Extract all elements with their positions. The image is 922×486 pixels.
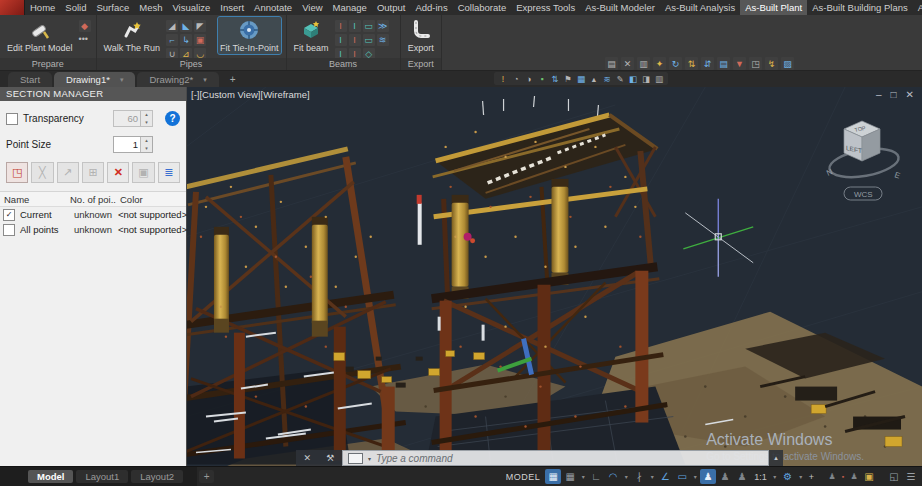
command-history-icon[interactable] (348, 453, 363, 464)
minimize-icon[interactable]: – (876, 89, 882, 101)
pipe-tool-icon[interactable]: ↳ (180, 34, 192, 46)
transparency-checkbox[interactable] (6, 113, 18, 125)
close-icon[interactable]: ✕ (906, 89, 914, 101)
status-toggle-icon[interactable]: ♟ (700, 469, 716, 484)
section-tool-button[interactable]: ⊞ (82, 162, 104, 183)
layout-tab[interactable]: Model (28, 470, 73, 483)
pipe-tool-icon[interactable]: ◣ (180, 20, 192, 32)
close-icon[interactable]: ✕ (304, 453, 312, 463)
pointcloud-tool-icon[interactable]: ▦ (576, 73, 586, 84)
tab-start[interactable]: Start (8, 72, 52, 87)
beam-tool-icon[interactable]: I (335, 20, 347, 32)
ribbon-tool-icon[interactable]: ✕ (621, 57, 634, 70)
status-toggle-icon[interactable]: ▾ (691, 469, 699, 484)
menu-tab[interactable]: Surface (91, 0, 134, 15)
point-size-stepper[interactable]: 1 ▴▾ (113, 136, 153, 153)
menu-tab[interactable]: As-Built Plant (740, 0, 807, 15)
section-tool-button[interactable]: ↗ (57, 162, 79, 183)
status-toggle-icon[interactable]: ▾ (797, 469, 805, 484)
menu-tab[interactable]: Output (372, 0, 411, 15)
status-toggle-icon[interactable]: ♟ (826, 469, 838, 484)
ribbon-tool-icon[interactable]: ↯ (765, 57, 778, 70)
menu-tab[interactable]: Home (25, 0, 60, 15)
ribbon-tool-icon[interactable]: ▨ (781, 57, 794, 70)
status-toggle-icon[interactable]: 1:1 (751, 469, 770, 484)
pointcloud-tool-icon[interactable]: ◧ (628, 73, 638, 84)
menu-tab[interactable]: Add-ins (410, 0, 452, 15)
autocad-logo-icon[interactable] (0, 0, 25, 15)
menu-tab[interactable]: As-Built Analysis (660, 0, 740, 15)
command-input[interactable]: ▾ Type a command (342, 450, 769, 466)
fit-beam-button[interactable]: Fit beam (292, 17, 331, 54)
status-toggle-icon[interactable]: ▦ (545, 469, 561, 484)
section-tool-button[interactable]: ✕ (107, 162, 129, 183)
menu-tab[interactable]: Express Tools (511, 0, 580, 15)
pointcloud-tool-icon[interactable]: ✎ (615, 73, 625, 84)
layout-tab[interactable]: Layout1 (76, 470, 128, 483)
pipe-tool-icon[interactable]: ⌐ (166, 34, 178, 46)
pointcloud-tool-icon[interactable]: ! (498, 73, 508, 84)
stepper-arrows[interactable]: ▴▾ (140, 111, 152, 126)
fit-tie-in-point-button[interactable]: Fit Tie-In-Point (218, 17, 281, 54)
status-toggle-icon[interactable]: ◱ (886, 469, 902, 484)
col-name[interactable]: Name (0, 194, 66, 205)
row-checkbox[interactable]: ✓ (3, 209, 15, 221)
beam-tool-icon[interactable]: ▭ (363, 20, 375, 32)
status-toggle-icon[interactable]: ∠ (657, 469, 673, 484)
model-viewport[interactable]: [-][Custom View][Wireframe] – □ ✕ N E TO… (186, 87, 922, 467)
section-tool-button[interactable]: ≣ (158, 162, 180, 183)
table-row[interactable]: ✓ Current unknown <not supported> (0, 207, 186, 222)
beam-tool-icon[interactable]: ▭ (363, 34, 375, 46)
ribbon-tool-icon[interactable]: ⇅ (685, 57, 698, 70)
more-dots-icon[interactable]: ••• (79, 36, 91, 42)
menu-tab[interactable]: Manage (328, 0, 372, 15)
beam-tool-icon[interactable]: I (349, 34, 361, 46)
tab-drawing1[interactable]: Drawing1* ▾ (54, 72, 135, 87)
status-toggle-icon[interactable] (878, 469, 885, 484)
section-tool-button[interactable]: ◳ (6, 162, 28, 183)
menu-tab[interactable]: Solid (60, 0, 91, 15)
menu-tab[interactable]: As-Built Building Plans (807, 0, 913, 15)
ribbon-tool-icon[interactable]: ▼ (733, 57, 746, 70)
row-checkbox[interactable] (3, 224, 15, 236)
pointcloud-tool-icon[interactable]: ◔ (511, 73, 521, 84)
status-toggle-icon[interactable]: ▣ (861, 469, 877, 484)
status-toggle-icon[interactable]: ▪ (839, 469, 847, 484)
chevron-down-icon[interactable]: ▾ (120, 72, 124, 87)
pipe-tool-icon[interactable]: ▣ (194, 34, 206, 46)
pointcloud-tool-icon[interactable]: ≋ (602, 73, 612, 84)
ribbon-tool-icon[interactable]: ↻ (669, 57, 682, 70)
status-toggle-icon[interactable]: ♟ (717, 469, 733, 484)
menu-tab[interactable]: Annotate (249, 0, 297, 15)
new-drawing-button[interactable]: + (225, 73, 241, 87)
ribbon-tool-icon[interactable]: ⇵ (701, 57, 714, 70)
viewcube[interactable]: N E TOP LEFT WCS (822, 113, 906, 205)
menu-tab[interactable]: Mesh (134, 0, 167, 15)
status-toggle-icon[interactable]: ♟ (848, 469, 860, 484)
chevron-down-icon[interactable]: ▾ (203, 72, 207, 87)
status-toggle-icon[interactable]: ▾ (771, 469, 779, 484)
pointcloud-tool-icon[interactable]: ⇅ (550, 73, 560, 84)
pointcloud-tool-icon[interactable]: ▪ (537, 73, 547, 84)
col-points[interactable]: No. of poi... (66, 194, 116, 205)
ribbon-tool-icon[interactable]: ▤ (717, 57, 730, 70)
menu-tab[interactable]: As-Built TS Design (913, 0, 922, 15)
status-toggle-icon[interactable]: ▾ (579, 469, 587, 484)
status-toggle-icon[interactable]: ☰ (903, 469, 919, 484)
ribbon-tool-icon[interactable]: ◳ (749, 57, 762, 70)
tab-drawing2[interactable]: Drawing2* ▾ (137, 72, 218, 87)
viewport-controls-label[interactable]: [-][Custom View][Wireframe] (191, 89, 310, 100)
ribbon-tool-icon[interactable]: ▥ (637, 57, 650, 70)
status-toggle-icon[interactable]: ▭ (674, 469, 690, 484)
section-tool-button[interactable]: ▣ (132, 162, 154, 183)
model-space-label[interactable]: MODEL (506, 472, 541, 482)
status-toggle-icon[interactable]: ♟ (734, 469, 750, 484)
menu-tab[interactable]: Visualize (167, 0, 215, 15)
ribbon-tool-icon[interactable]: ✦ (653, 57, 666, 70)
export-button[interactable]: Export (406, 17, 436, 54)
menu-tab[interactable]: As-Built Modeler (580, 0, 660, 15)
table-row[interactable]: All points unknown <not supported> (0, 222, 186, 237)
beam-tool-icon[interactable]: ≫ (377, 20, 389, 32)
status-toggle-icon[interactable]: ▦ (562, 469, 578, 484)
pointcloud-tool-icon[interactable]: ▥ (654, 73, 664, 84)
